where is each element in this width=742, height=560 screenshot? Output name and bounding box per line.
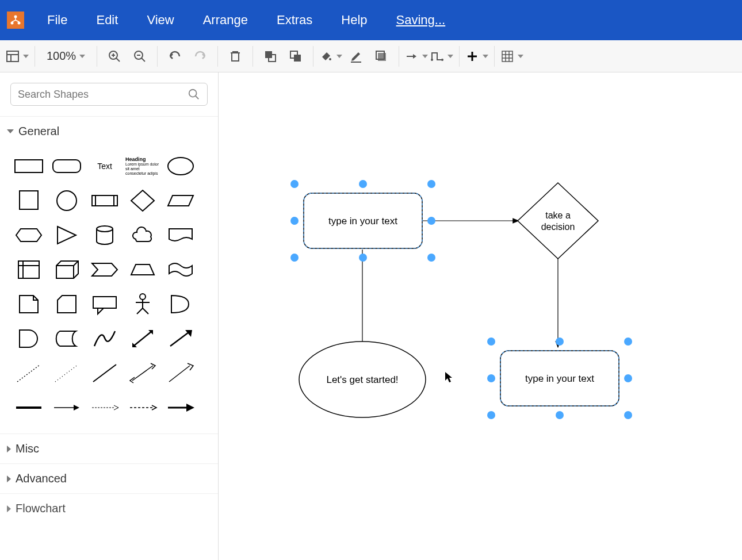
shape-bidirectional-arrow[interactable] [125,324,160,353]
selection-handle[interactable] [427,254,435,262]
shape-and[interactable] [12,324,46,353]
selection-handle[interactable] [427,180,435,188]
shape-text[interactable]: Text [87,152,122,181]
shape-actor[interactable] [125,290,160,319]
shape-dotted-line[interactable] [49,359,84,388]
delete-button[interactable] [224,45,247,68]
shape-cloud[interactable] [125,221,160,250]
shape-square[interactable] [12,186,46,215]
zoom-in-button[interactable] [103,45,126,68]
category-misc[interactable]: Misc [0,434,218,463]
shape-rectangle[interactable] [12,152,46,181]
chevron-right-icon [7,505,11,512]
shape-or[interactable] [163,290,198,319]
toolbar-separator [459,46,460,67]
shape-connector-dashed[interactable] [125,393,160,422]
to-front-button[interactable] [259,45,282,68]
zoom-dropdown[interactable]: 100% [41,49,91,63]
shape-dashed-line[interactable] [12,359,46,388]
search-input[interactable] [18,89,188,101]
shape-step[interactable] [87,255,122,284]
shape-directional-connector[interactable] [163,359,198,388]
shape-data-storage[interactable] [49,324,84,353]
logo-icon [10,14,21,26]
shape-link[interactable] [12,393,46,422]
redo-button[interactable] [189,45,212,68]
menu-extras[interactable]: Extras [271,10,318,30]
selection-handle[interactable] [556,337,564,346]
undo-button[interactable] [163,45,186,68]
fill-color-button[interactable] [319,45,342,68]
shape-rounded2-text[interactable]: type in your text [525,373,594,384]
save-status[interactable]: Saving... [391,10,452,30]
shape-ellipse[interactable] [163,152,198,181]
shape-circle[interactable] [49,186,84,215]
selection-handle[interactable] [290,217,299,225]
menu-edit[interactable]: Edit [90,10,124,30]
selection-handle[interactable] [487,374,495,382]
shape-internal-storage[interactable] [12,255,46,284]
selection-handle[interactable] [624,411,632,419]
category-flowchart[interactable]: Flowchart [0,493,218,523]
selection-handle[interactable] [290,254,299,262]
shape-cylinder[interactable] [87,221,122,250]
waypoints-button[interactable] [430,45,453,68]
menu-view[interactable]: View [141,10,179,30]
menu-help[interactable]: Help [335,10,373,30]
shape-tape[interactable] [163,255,198,284]
canvas[interactable]: type in your text take a decision Let's … [219,72,742,560]
shape-bidir-connector[interactable] [125,359,160,388]
connection-button[interactable] [405,45,428,68]
shape-connector-arrow[interactable] [49,393,84,422]
shadow-button[interactable] [370,45,393,68]
shape-trapezoid[interactable] [125,255,160,284]
panels-button[interactable] [6,45,29,68]
menu-file[interactable]: File [41,10,73,30]
selection-handle[interactable] [487,411,495,419]
shape-rounded1-text[interactable]: type in your text [328,216,397,227]
category-advanced[interactable]: Advanced [0,463,218,493]
app-logo[interactable] [7,11,24,29]
svg-rect-26 [502,51,512,62]
shape-textbox[interactable]: HeadingLorem ipsum dolor sit amet consec… [125,152,160,181]
shape-rounded-rectangle[interactable] [49,152,84,181]
shape-arrow[interactable] [163,324,198,353]
selection-handle[interactable] [290,180,299,188]
shape-document[interactable] [163,221,198,250]
panels-icon [6,49,20,63]
insert-button[interactable] [465,45,488,68]
shape-curve[interactable] [87,324,122,353]
shape-hexagon[interactable] [12,221,46,250]
selection-handle[interactable] [624,337,632,346]
chevron-right-icon [7,446,11,452]
shape-diamond[interactable] [125,186,160,215]
shape-connector-thin[interactable] [87,393,122,422]
shape-process[interactable] [87,186,122,215]
menu-arrange[interactable]: Arrange [197,10,254,30]
shape-cube[interactable] [49,255,84,284]
shape-connector-bold[interactable] [163,393,198,422]
selection-handle[interactable] [359,180,367,188]
shape-line[interactable] [87,359,122,388]
selection-handle[interactable] [624,374,632,382]
shape-card[interactable] [49,290,84,319]
selection-handle[interactable] [487,337,495,346]
category-general[interactable]: General [0,116,218,146]
shape-note[interactable] [12,290,46,319]
svg-line-55 [93,365,116,382]
zoom-out-button[interactable] [128,45,151,68]
to-back-button[interactable] [284,45,307,68]
line-color-button[interactable] [345,45,368,68]
shape-decision-text1[interactable]: take a [545,210,571,220]
shape-triangle[interactable] [49,221,84,250]
selection-handle[interactable] [556,411,564,419]
shape-callout[interactable] [87,290,122,319]
selection-handle[interactable] [427,217,435,225]
shape-parallelogram[interactable] [163,186,198,215]
shape-ellipse-text[interactable]: Let's get started! [326,374,398,385]
shape-decision-text2[interactable]: decision [541,222,575,232]
shape-decision[interactable] [518,183,598,259]
table-button[interactable] [500,45,523,68]
search-box[interactable] [10,83,208,106]
selection-handle[interactable] [359,254,367,262]
